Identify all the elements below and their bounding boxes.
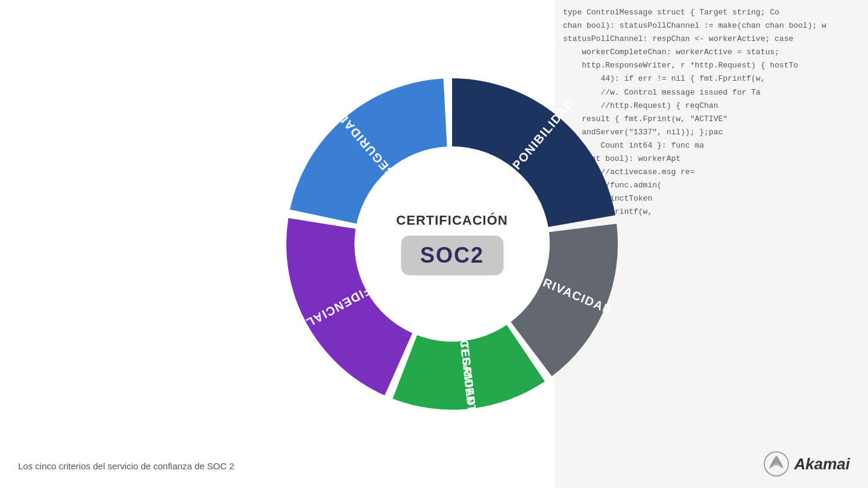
caption: Los cinco criterios del servicio de conf… xyxy=(18,461,234,471)
akamai-logo: Akamai xyxy=(763,451,851,477)
donut-chart: DISPONIBILIDADPRIVACIDADINTEGRIDAD DELPR… xyxy=(277,69,627,419)
main-content: DISPONIBILIDADPRIVACIDADINTEGRIDAD DELPR… xyxy=(0,0,868,488)
akamai-text: Akamai xyxy=(794,455,851,474)
donut-chart-container: DISPONIBILIDADPRIVACIDADINTEGRIDAD DELPR… xyxy=(277,69,627,419)
akamai-icon xyxy=(763,451,790,477)
svg-point-0 xyxy=(355,147,549,341)
